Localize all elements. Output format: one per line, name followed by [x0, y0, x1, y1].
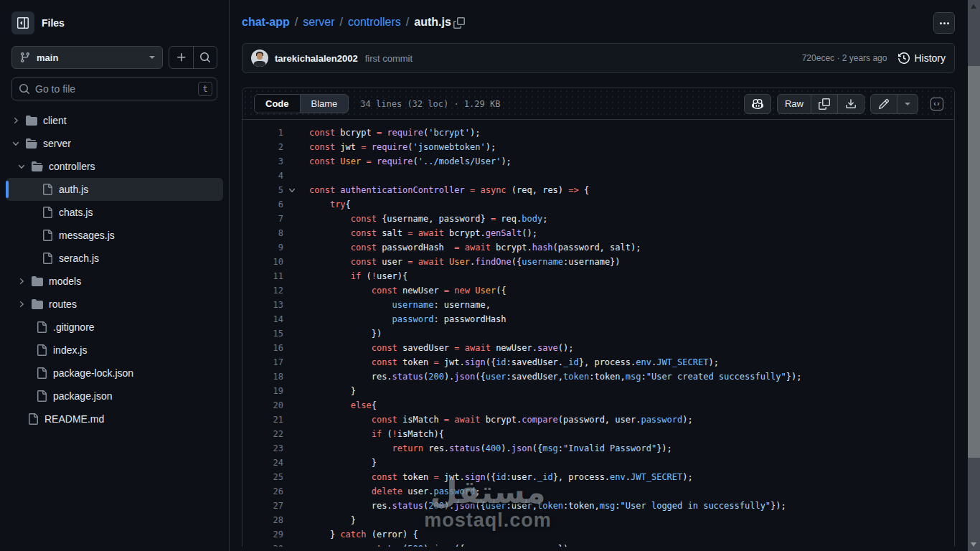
- fold-gutter: [283, 341, 301, 355]
- code-text: const savedUser = await newUser.save();: [301, 341, 574, 355]
- line-number[interactable]: 13: [242, 298, 283, 312]
- search-tree-button[interactable]: [193, 47, 217, 68]
- breadcrumb-server[interactable]: server: [303, 16, 334, 29]
- line-number[interactable]: 24: [242, 456, 283, 470]
- line-number[interactable]: 8: [242, 226, 283, 240]
- sidebar-panel-icon: [17, 17, 29, 29]
- line-number[interactable]: 26: [242, 484, 283, 499]
- line-number[interactable]: 12: [242, 283, 283, 298]
- tree-item-routes[interactable]: routes: [6, 293, 223, 316]
- code-line-29: 29 } catch (error) {: [242, 527, 954, 542]
- breadcrumb-chat-app[interactable]: chat-app: [242, 16, 290, 29]
- tree-item-chats.js[interactable]: chats.js: [6, 201, 223, 224]
- line-number[interactable]: 2: [242, 140, 283, 154]
- code-text: }: [301, 456, 377, 470]
- line-number[interactable]: 23: [242, 441, 283, 456]
- copy-file-button[interactable]: [811, 95, 837, 113]
- download-button[interactable]: [837, 95, 864, 113]
- tree-item-client[interactable]: client: [6, 109, 223, 132]
- tree-item-package.json[interactable]: package.json: [6, 385, 223, 408]
- line-number[interactable]: 5: [242, 183, 283, 197]
- selected-accent-bar: [6, 181, 9, 198]
- line-number[interactable]: 20: [242, 398, 283, 413]
- copilot-button[interactable]: [744, 94, 771, 114]
- fold-gutter: [283, 298, 301, 312]
- line-number[interactable]: 10: [242, 255, 283, 269]
- tree-item-models[interactable]: models: [6, 270, 223, 293]
- line-number[interactable]: 6: [242, 197, 283, 212]
- breadcrumb-controllers[interactable]: controllers: [348, 16, 401, 29]
- fold-gutter: [283, 527, 301, 542]
- code-text: if (!isMatch){: [301, 427, 444, 441]
- line-number[interactable]: 28: [242, 513, 283, 527]
- line-number[interactable]: 29: [242, 527, 283, 542]
- tab-code[interactable]: Code: [255, 95, 301, 113]
- line-number[interactable]: 27: [242, 499, 283, 513]
- code-line-23: 23 return res.status(400).json({msg:"Inv…: [242, 441, 954, 456]
- tab-blame[interactable]: Blame: [301, 95, 349, 113]
- symbols-panel-button[interactable]: ‹›: [927, 94, 947, 114]
- code-text: }): [301, 326, 382, 341]
- scroll-down-arrow-icon[interactable]: [971, 542, 976, 547]
- tree-item-package-lock.json[interactable]: package-lock.json: [6, 362, 223, 385]
- line-number[interactable]: 11: [242, 269, 283, 283]
- line-number[interactable]: 14: [242, 312, 283, 326]
- code-line-7: 7 const {username, password} = req.body;: [242, 212, 954, 226]
- line-number[interactable]: 15: [242, 326, 283, 341]
- tree-item-index.js[interactable]: index.js: [6, 339, 223, 362]
- go-to-file-input[interactable]: [11, 77, 217, 100]
- commit-author-link[interactable]: tarekichalalen2002: [275, 53, 358, 64]
- folder-icon: [32, 276, 43, 287]
- history-button[interactable]: History: [898, 52, 946, 64]
- tree-item-.gitignore[interactable]: .gitignore: [6, 316, 223, 339]
- line-number[interactable]: 4: [242, 169, 283, 183]
- tree-item-label: server: [43, 138, 71, 149]
- tree-item-auth.js[interactable]: auth.js: [6, 178, 223, 201]
- copy-path-button[interactable]: [453, 17, 465, 29]
- line-number[interactable]: 18: [242, 369, 283, 384]
- raw-button[interactable]: Raw: [778, 95, 811, 113]
- line-number[interactable]: 17: [242, 355, 283, 369]
- edit-file-button[interactable]: [871, 95, 897, 113]
- code-text: if (!user){: [301, 269, 407, 283]
- raw-actions-group: Raw: [777, 94, 864, 114]
- line-number[interactable]: 7: [242, 212, 283, 226]
- collapse-sidebar-button[interactable]: [11, 11, 34, 34]
- edit-dropdown-button[interactable]: [897, 95, 918, 113]
- line-number[interactable]: 25: [242, 470, 283, 484]
- scrollbar-thumb[interactable]: [968, 66, 980, 458]
- line-number[interactable]: 1: [242, 126, 283, 140]
- code-text: delete user.password;: [301, 484, 480, 499]
- tree-item-README.md[interactable]: README.md: [6, 408, 223, 430]
- more-options-button[interactable]: [933, 12, 955, 34]
- file-content-card: Code Blame 34 lines (32 loc) · 1.29 KB R…: [242, 88, 955, 547]
- line-number[interactable]: 22: [242, 427, 283, 441]
- line-number[interactable]: 16: [242, 341, 283, 355]
- scroll-up-arrow-icon[interactable]: [971, 4, 976, 9]
- tree-item-server[interactable]: server: [6, 132, 223, 155]
- line-number[interactable]: 30: [242, 542, 283, 547]
- code-line-9: 9 const passwordHash = await bcrypt.hash…: [242, 240, 954, 255]
- code-text: username: username,: [301, 298, 491, 312]
- new-file-button[interactable]: [169, 47, 193, 68]
- tree-item-controllers[interactable]: controllers: [6, 155, 223, 178]
- page-scrollbar[interactable]: [968, 0, 980, 551]
- line-number[interactable]: 3: [242, 154, 283, 169]
- line-number[interactable]: 21: [242, 413, 283, 427]
- file-icon: [36, 344, 47, 356]
- tree-item-serach.js[interactable]: serach.js: [6, 247, 223, 270]
- fold-gutter: [283, 355, 301, 369]
- tree-item-label: routes: [49, 298, 77, 310]
- edit-group: [870, 94, 918, 114]
- line-number[interactable]: 19: [242, 384, 283, 398]
- copilot-icon: [752, 98, 763, 110]
- avatar[interactable]: [251, 50, 268, 67]
- chevron-down-icon: [149, 56, 155, 59]
- line-number[interactable]: 9: [242, 240, 283, 255]
- fold-chevron-down-icon[interactable]: [283, 183, 301, 197]
- tree-item-messages.js[interactable]: messages.js: [6, 224, 223, 247]
- commit-message-link[interactable]: first commit: [365, 53, 413, 64]
- branch-selector[interactable]: main: [11, 46, 163, 69]
- breadcrumb-separator: /: [406, 16, 409, 29]
- tree-item-label: .gitignore: [53, 321, 95, 333]
